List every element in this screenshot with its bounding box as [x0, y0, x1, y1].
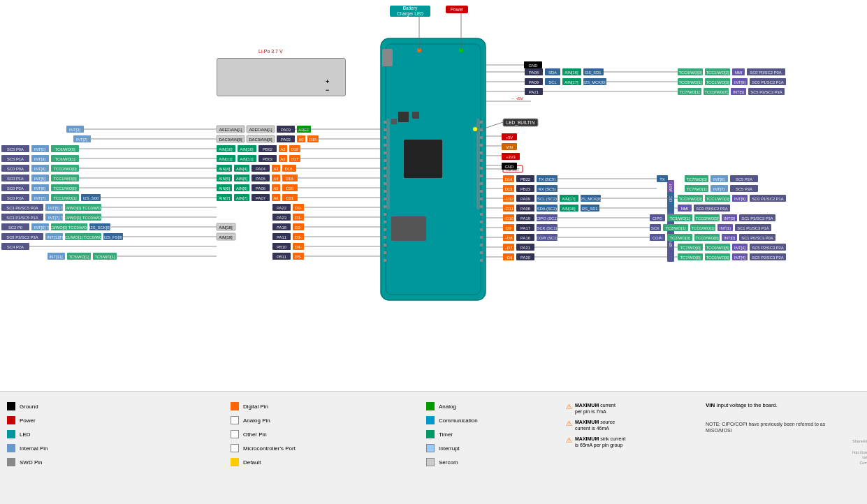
- svg-rect-171: [234, 175, 249, 181]
- svg-text:Power: Power: [451, 7, 464, 12]
- svg-rect-429: [750, 244, 786, 251]
- svg-rect-483: [480, 175, 483, 177]
- legend-item-sercom: Sercom: [426, 458, 552, 466]
- svg-rect-117: [238, 145, 256, 152]
- svg-text:PA16: PA16: [520, 236, 530, 240]
- svg-rect-159: [282, 165, 296, 172]
- svg-text:INT[6]: INT[6]: [34, 186, 45, 191]
- svg-rect-253: [293, 223, 304, 230]
- svg-rect-148: [51, 165, 79, 172]
- warning-icon-1: ⚠: [566, 402, 572, 411]
- svg-text:D0-: D0-: [295, 206, 301, 210]
- svg-rect-459: [384, 136, 386, 139]
- legend-item-ground: Ground: [7, 402, 217, 410]
- legend-label-sercom: Sercom: [439, 459, 458, 466]
- svg-rect-479: [480, 144, 483, 147]
- svg-rect-339: [678, 195, 703, 202]
- svg-text:AREF/AIN[1]: AREF/AIN[1]: [219, 128, 242, 132]
- svg-rect-108: [1, 145, 29, 152]
- svg-rect-301: [537, 175, 558, 182]
- svg-text:AIN[18]: AIN[18]: [219, 225, 233, 230]
- battery-minus: −: [326, 87, 329, 94]
- svg-rect-475: [384, 259, 386, 262]
- svg-text:SC3 P0/SC5 P0A: SC3 P0/SC5 P0A: [6, 206, 38, 210]
- svg-rect-490: [480, 228, 483, 231]
- legend-item-led: LED: [7, 430, 217, 438]
- svg-rect-446: [502, 133, 517, 140]
- svg-text:CIPO (SC1): CIPO (SC1): [537, 216, 558, 221]
- svg-rect-309: [711, 175, 728, 182]
- svg-text:INT[3]: INT[3]: [69, 128, 80, 132]
- svg-text:PA23: PA23: [277, 216, 286, 220]
- svg-rect-242: [1, 223, 29, 230]
- svg-rect-110: [31, 145, 49, 152]
- legend-color-led: [7, 430, 15, 438]
- svg-text:COPI (SC1): COPI (SC1): [537, 236, 558, 240]
- svg-text:PA03: PA03: [281, 128, 291, 132]
- svg-text:SC1 P3/SC3 P3A: SC1 P3/SC3 P3A: [741, 216, 773, 221]
- svg-rect-101: [277, 135, 295, 142]
- svg-text:TCC1/WO[3]: TCC1/WO[3]: [706, 197, 729, 201]
- svg-text:PA21: PA21: [520, 246, 530, 250]
- svg-rect-220: [45, 204, 63, 211]
- legend-label-other-pin: Other Pin: [243, 431, 267, 438]
- svg-text:SC1 P1/SC3 P1A: SC1 P1/SC3 P1A: [737, 226, 769, 230]
- svg-text:PB02: PB02: [263, 147, 272, 151]
- legend-item-swd-pin: SWD Pin: [7, 458, 217, 466]
- svg-text:INT[1]: INT[1]: [34, 147, 45, 151]
- svg-rect-17: [446, 6, 468, 13]
- legend-color-analog: [426, 402, 435, 410]
- svg-rect-290: [217, 223, 235, 230]
- svg-rect-66: [704, 88, 729, 95]
- legend-label-default: Default: [243, 459, 261, 466]
- svg-text:PA05: PA05: [256, 177, 265, 181]
- svg-text:TX (SC5): TX (SC5): [539, 177, 555, 181]
- svg-rect-2: [382, 49, 393, 66]
- svg-text:PA06: PA06: [256, 186, 265, 191]
- svg-rect-198: [1, 194, 29, 201]
- svg-text:PA11: PA11: [277, 235, 286, 239]
- svg-rect-182: [31, 184, 49, 191]
- battery: Li-Po 3.7 V + −: [217, 47, 353, 103]
- arduino-branding: ARDUINO.CC Last update: 02/04/2020 CC BY…: [845, 392, 867, 504]
- svg-rect-7: [391, 119, 397, 124]
- svg-rect-335: [581, 195, 601, 202]
- svg-rect-361: [694, 205, 730, 212]
- svg-rect-177: [282, 175, 298, 181]
- svg-rect-38: [732, 68, 745, 75]
- svg-text:D16: D16: [291, 147, 299, 151]
- svg-rect-20: [503, 119, 538, 126]
- svg-rect-411: [694, 234, 720, 241]
- svg-rect-94: [73, 135, 91, 142]
- svg-rect-474: [384, 251, 386, 254]
- svg-text:A3: A3: [273, 167, 278, 171]
- svg-text:SC0 P0A: SC0 P0A: [7, 167, 24, 171]
- legend-color-micro-port: [231, 444, 239, 452]
- svg-rect-215: [282, 194, 298, 201]
- svg-text:PA09: PA09: [529, 80, 539, 84]
- svg-text:PA17: PA17: [520, 226, 530, 230]
- legend-item-digital-pin: Digital Pin: [231, 402, 412, 410]
- legend-item-power: Power: [7, 416, 217, 424]
- svg-rect-237: [272, 214, 291, 221]
- svg-rect-423: [678, 244, 703, 251]
- svg-text:TC7/WO[1]: TC7/WO[1]: [680, 90, 700, 94]
- svg-rect-239: [293, 214, 304, 221]
- legend-label-ground: Ground: [20, 403, 38, 410]
- svg-rect-327: [503, 195, 514, 202]
- svg-text:PA09: PA09: [520, 197, 530, 201]
- svg-rect-347: [503, 205, 514, 212]
- legend-label-interrupt: Interrupt: [439, 445, 460, 452]
- svg-rect-76: [667, 180, 674, 218]
- svg-text:TC4/WO[0] TCC0/WO[4]: TC4/WO[0] TCC0/WO[4]: [61, 206, 105, 210]
- svg-rect-379: [739, 214, 775, 221]
- svg-rect-204: [81, 194, 101, 201]
- svg-rect-461: [384, 151, 386, 154]
- svg-rect-164: [31, 175, 49, 181]
- svg-text:D14: D14: [505, 177, 513, 181]
- svg-rect-285: [272, 253, 291, 260]
- svg-rect-375: [694, 214, 720, 221]
- svg-rect-209: [234, 194, 249, 201]
- legend-item-analog-pin: Analog Pin: [231, 416, 412, 424]
- svg-rect-260: [65, 233, 101, 240]
